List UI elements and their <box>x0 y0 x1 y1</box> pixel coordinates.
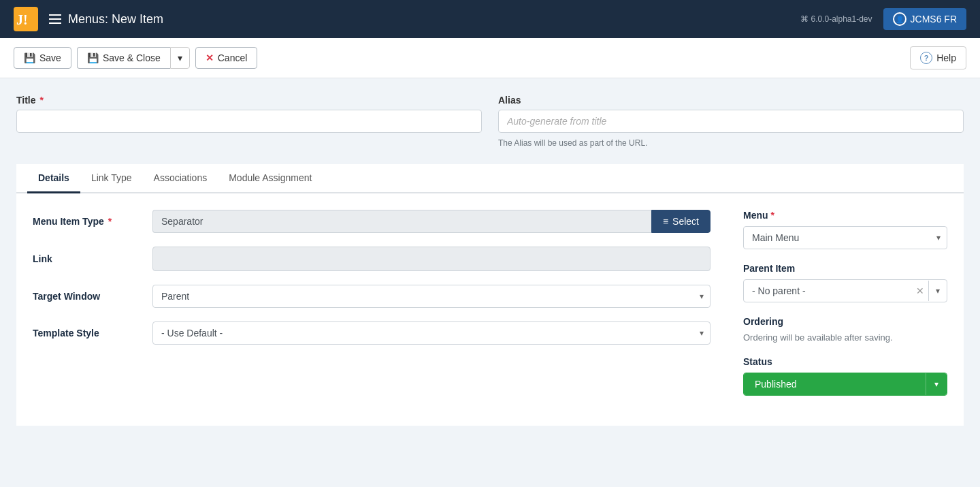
alias-label: Alias <box>498 95 964 106</box>
navbar-left: J! Menus: New Item <box>14 7 163 31</box>
logo[interactable]: J! <box>14 7 38 31</box>
main-content: Title * Alias The Alias will be used as … <box>0 78 980 487</box>
save-button-label: Save <box>39 52 61 63</box>
menu-item-type-control: Separator ≡ Select <box>152 210 710 233</box>
target-window-row: Target Window Parent New Window Popup ▾ <box>33 285 710 308</box>
parent-item-clear-button[interactable]: ✕ <box>912 280 928 302</box>
menu-select[interactable]: Main Menu Secondary Menu <box>743 226 947 249</box>
template-style-select[interactable]: - Use Default - Custom Style 1 Custom St… <box>152 321 710 345</box>
template-style-label: Template Style <box>33 328 142 339</box>
menu-item-type-label: Menu Item Type * <box>33 216 142 227</box>
parent-item-label: Parent Item <box>743 263 947 274</box>
template-style-row: Template Style - Use Default - Custom St… <box>33 321 710 345</box>
navbar: J! Menus: New Item ⌘ 6.0.0-alpha1-dev 👤 … <box>0 0 980 38</box>
cancel-icon: ✕ <box>206 52 214 63</box>
menu-type-group: Separator ≡ Select <box>152 210 710 233</box>
tab-link-type[interactable]: Link Type <box>80 164 143 193</box>
menu-item-type-value: Separator <box>152 210 651 233</box>
status-value: Published <box>744 373 926 395</box>
parent-item-dropdown-button[interactable]: ▾ <box>928 281 947 301</box>
status-field: Status Published ▾ <box>743 356 947 396</box>
menu-select-wrapper: Main Menu Secondary Menu ▾ <box>743 226 947 249</box>
tab-module-assignment[interactable]: Module Assignment <box>218 164 323 193</box>
parent-item-chevron-icon: ▾ <box>936 286 940 296</box>
link-field <box>152 247 710 271</box>
save-close-button[interactable]: 💾 Save & Close <box>77 47 170 69</box>
user-avatar-icon: 👤 <box>893 12 906 26</box>
save-icon: 💾 <box>24 52 35 63</box>
details-layout: Menu Item Type * Separator ≡ Select <box>33 210 947 409</box>
save-close-icon: 💾 <box>87 52 99 63</box>
status-label: Status <box>743 356 947 367</box>
target-window-label: Target Window <box>33 291 142 302</box>
target-window-select[interactable]: Parent New Window Popup <box>152 285 710 308</box>
navbar-right: ⌘ 6.0.0-alpha1-dev 👤 JCMS6 FR <box>800 8 966 30</box>
tab-content-details: Menu Item Type * Separator ≡ Select <box>16 193 964 426</box>
alias-field-group: Alias The Alias will be used as part of … <box>498 95 964 148</box>
svg-text:J!: J! <box>16 12 28 27</box>
parent-item-control: - No parent - ✕ ▾ <box>743 279 947 302</box>
link-control <box>152 247 710 271</box>
ordering-hint: Ordering will be available after saving. <box>743 332 947 343</box>
cancel-button[interactable]: ✕ Cancel <box>195 47 258 69</box>
toolbar: 💾 Save 💾 Save & Close ▾ ✕ Cancel ? Help <box>0 38 980 78</box>
help-button-label: Help <box>936 52 956 63</box>
parent-item-value: - No parent - <box>744 280 912 302</box>
save-button[interactable]: 💾 Save <box>14 47 71 69</box>
save-close-group: 💾 Save & Close ▾ <box>77 47 190 69</box>
user-button-label: JCMS6 FR <box>911 14 957 25</box>
template-style-control: - Use Default - Custom Style 1 Custom St… <box>152 321 710 345</box>
title-field-group: Title * <box>16 95 482 133</box>
tabs-bar: Details Link Type Associations Module As… <box>16 164 964 193</box>
details-left-column: Menu Item Type * Separator ≡ Select <box>33 210 710 409</box>
menu-item-type-row: Menu Item Type * Separator ≡ Select <box>33 210 710 233</box>
link-row: Link <box>33 247 710 271</box>
parent-item-field: Parent Item - No parent - ✕ ▾ <box>743 263 947 302</box>
hamburger-icon[interactable] <box>49 14 61 24</box>
ordering-label: Ordering <box>743 316 947 327</box>
link-label: Link <box>33 253 142 264</box>
target-window-control: Parent New Window Popup ▾ <box>152 285 710 308</box>
user-button[interactable]: 👤 JCMS6 FR <box>883 8 966 30</box>
clear-icon: ✕ <box>916 285 924 296</box>
help-button[interactable]: ? Help <box>910 46 966 69</box>
title-alias-row: Title * Alias The Alias will be used as … <box>16 95 964 148</box>
select-button[interactable]: ≡ Select <box>651 210 710 233</box>
page-title: Menus: New Item <box>49 12 163 27</box>
version-text: ⌘ 6.0.0-alpha1-dev <box>800 14 872 24</box>
title-label: Title * <box>16 95 482 106</box>
help-icon: ? <box>920 52 932 64</box>
status-control: Published ▾ <box>743 373 947 396</box>
status-dropdown-button[interactable]: ▾ <box>926 373 947 395</box>
joomla-logo-icon: J! <box>14 7 38 31</box>
list-icon: ≡ <box>663 216 668 227</box>
menu-field: Menu * Main Menu Secondary Menu ▾ <box>743 210 947 249</box>
target-window-select-wrapper: Parent New Window Popup ▾ <box>152 285 710 308</box>
menu-field-label: Menu * <box>743 210 947 221</box>
template-style-select-wrapper: - Use Default - Custom Style 1 Custom St… <box>152 321 710 345</box>
save-close-label: Save & Close <box>103 52 161 63</box>
details-right-column: Menu * Main Menu Secondary Menu ▾ <box>743 210 947 409</box>
tabs-container: Details Link Type Associations Module As… <box>16 164 964 426</box>
tab-associations[interactable]: Associations <box>143 164 218 193</box>
cancel-button-label: Cancel <box>218 52 248 63</box>
title-input[interactable] <box>16 110 482 133</box>
save-close-dropdown-button[interactable]: ▾ <box>170 47 190 69</box>
page-title-text: Menus: New Item <box>68 12 163 27</box>
chevron-down-icon: ▾ <box>178 52 182 63</box>
ordering-field: Ordering Ordering will be available afte… <box>743 316 947 343</box>
toolbar-left: 💾 Save 💾 Save & Close ▾ ✕ Cancel <box>14 47 257 69</box>
alias-hint: The Alias will be used as part of the UR… <box>498 138 964 148</box>
alias-input[interactable] <box>498 110 964 133</box>
tab-details[interactable]: Details <box>27 164 80 193</box>
select-button-label: Select <box>672 216 699 227</box>
status-chevron-icon: ▾ <box>934 379 938 389</box>
